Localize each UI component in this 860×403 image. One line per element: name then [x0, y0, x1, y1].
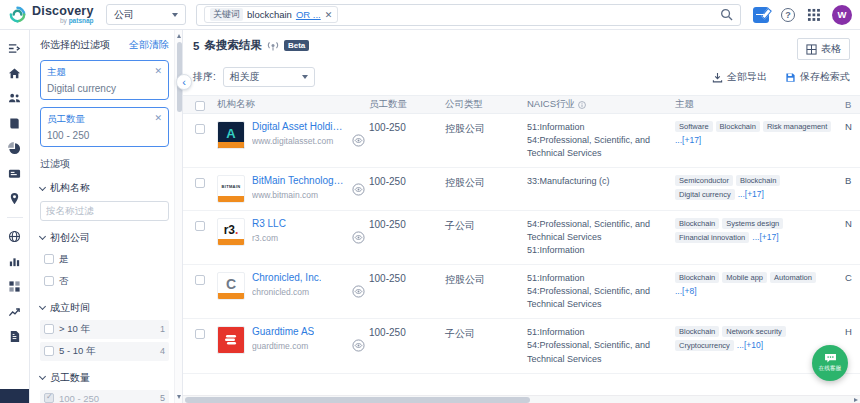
selected-filters-title: 你选择的过滤项 [40, 38, 110, 52]
horizontal-scrollbar[interactable] [183, 395, 860, 403]
search-scope-select[interactable]: 公司 [106, 4, 186, 25]
sort-label: 排序: [193, 70, 216, 84]
row-checkbox[interactable] [195, 124, 205, 134]
remove-filter-icon[interactable]: ✕ [154, 66, 162, 79]
watch-eye-icon[interactable] [352, 134, 365, 147]
filter-group-title[interactable]: 员工数量 [40, 371, 169, 385]
remove-filter-icon[interactable]: ✕ [154, 113, 162, 126]
watch-eye-icon[interactable] [352, 285, 365, 298]
company-website: www.bitmain.com [252, 190, 345, 200]
filter-option[interactable]: 否 [40, 272, 169, 291]
scroll-down-icon[interactable] [177, 395, 181, 399]
keyword-tag-more-link[interactable]: OR ... [296, 9, 321, 20]
option-count: 4 [160, 346, 165, 356]
topic-tag: Digital currency [675, 189, 735, 200]
scroll-up-icon[interactable] [177, 34, 181, 38]
keyword-tag-value: blockchain [247, 9, 292, 20]
sort-value: 相关度 [230, 70, 260, 84]
company-link[interactable]: Chronicled, Inc. [252, 272, 321, 283]
topics-cell: SoftwareBlockchainRisk management...[+17… [675, 121, 845, 160]
collapse-sidebar-icon[interactable] [0, 36, 29, 61]
filter-search-input[interactable] [40, 201, 169, 221]
column-header[interactable]: 员工数量 [369, 98, 445, 111]
column-header[interactable]: 主题 [675, 98, 845, 111]
row-checkbox[interactable] [195, 178, 205, 188]
organizations-icon[interactable] [0, 86, 29, 111]
filter-option[interactable]: 100 - 2505 [40, 390, 169, 403]
filter-group-title[interactable]: 机构名称 [40, 181, 169, 195]
clipped-cell: B [845, 175, 860, 203]
clear-all-filters-link[interactable]: 全部清除 [129, 38, 169, 52]
naics-cell: 51:Information54:Professional, Scientifi… [527, 326, 675, 365]
search-input[interactable]: 关键词 blockchain OR ... ✕ [196, 4, 741, 26]
scrollbar-thumb[interactable] [185, 397, 530, 403]
report-icon[interactable] [0, 324, 29, 349]
column-header[interactable]: NAICS行业 [527, 98, 675, 111]
topic-tag: Risk management [763, 121, 831, 132]
feedback-icon[interactable] [753, 7, 769, 23]
help-icon[interactable]: ? [781, 8, 795, 22]
column-header[interactable]: 机构名称 [217, 98, 369, 111]
company-link[interactable]: BitMain Technologies Holding... [252, 175, 345, 186]
watch-eye-icon[interactable] [352, 339, 365, 352]
checkbox[interactable] [44, 276, 54, 286]
filter-option[interactable]: 5 - 10 年4 [40, 342, 169, 361]
filter-group-title[interactable]: 成立时间 [40, 301, 169, 315]
globe-icon[interactable] [0, 224, 29, 249]
collapse-filter-panel-button[interactable]: ‹ [176, 74, 192, 90]
live-chat-button[interactable]: 在线客服 [812, 345, 848, 381]
bar-chart-icon[interactable] [0, 249, 29, 274]
more-topics-link[interactable]: ...[+17] [752, 232, 778, 243]
row-checkbox[interactable] [195, 275, 205, 285]
remove-tag-icon[interactable]: ✕ [325, 10, 333, 20]
rail-footer [0, 389, 29, 403]
pie-chart-icon[interactable] [0, 136, 29, 161]
book-icon[interactable] [0, 111, 29, 136]
table-view-toggle[interactable]: 表格 [797, 38, 850, 60]
checkbox[interactable] [44, 393, 54, 403]
company-website: www.digitalasset.com [252, 136, 345, 146]
save-search-button[interactable]: 保存检索式 [785, 70, 850, 84]
sort-select[interactable]: 相关度 [223, 67, 315, 87]
search-keyword-tag[interactable]: 关键词 blockchain OR ... ✕ [204, 6, 338, 23]
company-type-cell: 控股公司 [445, 272, 527, 311]
row-checkbox[interactable] [195, 329, 205, 339]
naics-cell: 54:Professional, Scientific, and Technic… [527, 218, 675, 257]
info-icon[interactable] [578, 101, 586, 109]
filter-option[interactable]: 是 [40, 250, 169, 269]
keyword-tag-label: 关键词 [210, 8, 243, 21]
company-link[interactable]: Digital Asset Holdings LLC [252, 121, 345, 132]
export-all-button[interactable]: 全部导出 [712, 70, 767, 84]
avatar[interactable]: W [832, 5, 852, 25]
result-count-suffix: 条搜索结果 [204, 38, 262, 53]
monitor-radar-icon[interactable] [267, 40, 279, 52]
app-title: Discovery [32, 5, 94, 18]
topics-cell: BlockchainMobile appAutomation...[+8] [675, 272, 845, 311]
filter-option[interactable]: > 10 年1 [40, 320, 169, 339]
more-topics-link[interactable]: ...[+17] [738, 189, 764, 200]
checkbox[interactable] [44, 346, 54, 356]
watch-eye-icon[interactable] [352, 231, 365, 244]
more-topics-link[interactable]: ...[+17] [675, 135, 701, 145]
home-icon[interactable] [0, 61, 29, 86]
filter-group-title[interactable]: 初创公司 [40, 231, 169, 245]
topics-cell: BlockchainSystems designFinancial innova… [675, 218, 845, 257]
blocks-icon[interactable] [0, 274, 29, 299]
scroll-right-icon[interactable] [854, 398, 858, 402]
more-topics-link[interactable]: ...[+10] [737, 340, 763, 351]
select-all-checkbox[interactable] [195, 101, 205, 111]
row-checkbox[interactable] [195, 221, 205, 231]
trend-icon[interactable] [0, 299, 29, 324]
more-topics-link[interactable]: ...[+8] [675, 286, 697, 296]
clipped-cell: C [845, 272, 860, 311]
company-link[interactable]: Guardtime AS [252, 326, 314, 337]
search-icon[interactable] [720, 8, 733, 21]
checkbox[interactable] [44, 254, 54, 264]
id-card-icon[interactable] [0, 161, 29, 186]
watch-eye-icon[interactable] [352, 183, 365, 196]
apps-grid-icon[interactable] [807, 8, 820, 21]
company-link[interactable]: R3 LLC [252, 218, 286, 229]
pin-icon[interactable] [0, 186, 29, 211]
column-header[interactable]: 公司类型 [445, 98, 527, 111]
checkbox[interactable] [44, 324, 54, 334]
